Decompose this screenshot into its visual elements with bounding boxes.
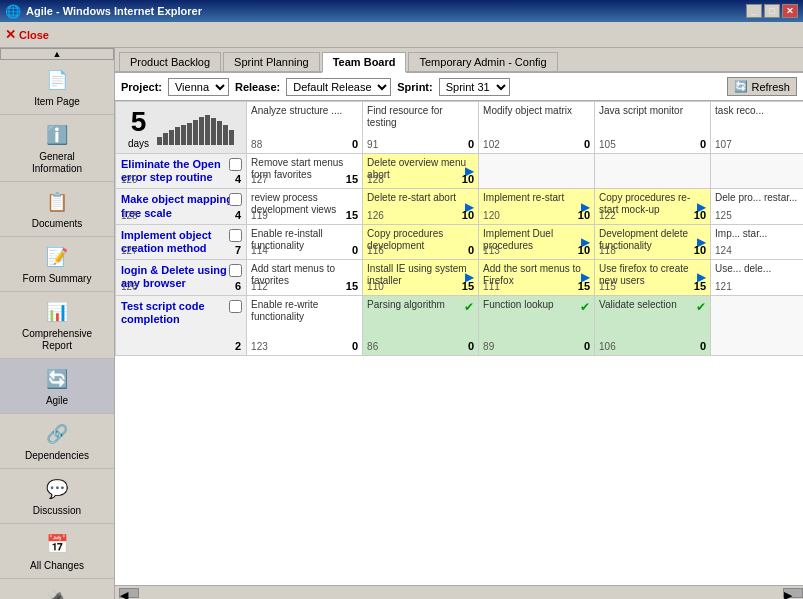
sidebar-item-report[interactable]: 📊 ComprehensiveReport — [0, 292, 114, 359]
sidebar-item-general[interactable]: ℹ️ GeneralInformation — [0, 115, 114, 182]
top-task-5-num: 107 — [715, 139, 732, 150]
top-task-3-title: Modify object matrix — [483, 105, 590, 117]
s3-task-4-num: 118 — [599, 245, 616, 256]
mini-chart — [157, 110, 234, 145]
h-scroll-left[interactable]: ◀ — [119, 588, 139, 598]
story-2-num: 128 — [121, 210, 138, 221]
sidebar-label-allchanges: All Changes — [30, 560, 84, 572]
s1-empty-2 — [595, 154, 711, 189]
story-5-checkbox[interactable] — [229, 300, 242, 313]
sidebar-item-documents[interactable]: 📋 Documents — [0, 182, 114, 237]
sidebar-item-discussion[interactable]: 💬 Discussion — [0, 469, 114, 524]
refresh-icon: 🔄 — [734, 80, 748, 93]
story-3-title[interactable]: Implement object creation method — [121, 229, 241, 255]
sidebar-item-agile[interactable]: 🔄 Agile — [0, 359, 114, 414]
s5-task-2-num: 86 — [367, 341, 378, 352]
h-scroll-track[interactable] — [139, 588, 783, 598]
story-4-title[interactable]: login & Delete using any browser — [121, 264, 241, 290]
chart-bar-2 — [163, 133, 168, 145]
window-controls[interactable]: _ □ ✕ — [746, 4, 798, 18]
minimize-button[interactable]: _ — [746, 4, 762, 18]
sidebar-item-itempage[interactable]: 📄 Item Page — [0, 60, 114, 115]
s5-task-4-title: Validate selection — [599, 299, 706, 311]
top-task-5-title: task reco... — [715, 105, 803, 117]
chart-bar-3 — [169, 130, 174, 145]
s5-task-1-count: 0 — [352, 340, 358, 352]
close-icon: ✕ — [5, 27, 16, 42]
top-task-3-count: 0 — [584, 138, 590, 150]
story-2-checkbox[interactable] — [229, 193, 242, 206]
story-1-title[interactable]: Eliminate the Open error step routine — [121, 158, 241, 184]
story-3-num: 127 — [121, 245, 138, 256]
sidebar-label-itempage: Item Page — [34, 96, 80, 108]
s1-task-1-num: 127 — [251, 174, 268, 185]
s1-empty-1 — [479, 154, 595, 189]
board-scroll[interactable]: 5 days — [115, 101, 803, 585]
s3-task-5-title: Imp... star... — [715, 228, 803, 240]
story-1-checkbox[interactable] — [229, 158, 242, 171]
allchanges-icon: 📅 — [43, 530, 71, 558]
s5-task-3-title: Function lookup — [483, 299, 590, 311]
board-container[interactable]: 5 days — [115, 101, 803, 585]
tab-temp-admin[interactable]: Temporary Admin - Config — [408, 52, 557, 71]
story-4-checkbox[interactable] — [229, 264, 242, 277]
close-button[interactable]: ✕ — [782, 4, 798, 18]
s3-task-2-count: 0 — [468, 244, 474, 256]
s4-task-4-num: 115 — [599, 281, 616, 292]
s5-task-4: ✔ Validate selection 106 0 — [595, 295, 711, 355]
horizontal-scrollbar[interactable]: ◀ ▶ — [115, 585, 803, 599]
s2-task-2-title: Delete re-start abort — [367, 192, 474, 204]
release-select[interactable]: Default Release — [286, 78, 391, 96]
sidebar-label-agile: Agile — [46, 395, 68, 407]
story-3-checkbox[interactable] — [229, 229, 242, 242]
sidebar-item-allchanges[interactable]: 📅 All Changes — [0, 524, 114, 579]
sidebar-item-formsummary[interactable]: 📝 Form Summary — [0, 237, 114, 292]
top-task-1-count: 0 — [352, 138, 358, 150]
s4-task-3: ▶ Add the sort menus to Firefox 111 15 — [479, 260, 595, 295]
days-badge: 5 days — [128, 106, 149, 149]
sprint-summary-cell: 5 days — [116, 102, 247, 154]
s4-task-1: Add start menus to favorites 112 15 — [247, 260, 363, 295]
sidebar-label-documents: Documents — [32, 218, 83, 230]
sidebar-item-dependencies[interactable]: 🔗 Dependencies — [0, 414, 114, 469]
story-5-title[interactable]: Test script code completion — [121, 300, 241, 326]
s2-task-5: Dele pro... restar... 125 — [711, 189, 803, 224]
s4-task-5-title: Use... dele... — [715, 263, 803, 275]
close-menu-button[interactable]: ✕ Close — [5, 27, 49, 42]
story-2-title[interactable]: Make object mapping free scale — [121, 193, 241, 219]
sidebar-label-general: GeneralInformation — [32, 151, 82, 175]
close-label: Close — [19, 29, 49, 41]
maximize-button[interactable]: □ — [764, 4, 780, 18]
chart-bar-13 — [229, 130, 234, 145]
window-title: Agile - Windows Internet Explorer — [26, 5, 746, 17]
s5-task-1-title: Enable re-write functionality — [251, 299, 358, 323]
story-4-points: 6 — [235, 280, 241, 292]
release-label: Release: — [235, 81, 280, 93]
menu-bar: ✕ Close — [0, 22, 803, 48]
top-task-5: task reco... 107 0 — [711, 102, 803, 154]
project-select[interactable]: Vienna — [168, 78, 229, 96]
h-scroll-right[interactable]: ▶ — [783, 588, 803, 598]
story-1-num: 129 — [121, 174, 138, 185]
item-page-icon: 📄 — [43, 66, 71, 94]
tab-sprint-planning[interactable]: Sprint Planning — [223, 52, 320, 71]
s5-empty-1 — [711, 295, 803, 355]
tab-product-backlog[interactable]: Product Backlog — [119, 52, 221, 71]
s5-task-1: Enable re-write functionality 123 0 — [247, 295, 363, 355]
top-task-2-num: 91 — [367, 139, 378, 150]
s2-task-2: ▶ Delete re-start abort 126 10 — [363, 189, 479, 224]
board-table: 5 days — [115, 101, 803, 356]
s1-task-2-num: 128 — [367, 174, 384, 185]
refresh-button[interactable]: 🔄 Refresh — [727, 77, 797, 96]
sidebar-scroll-up[interactable]: ▲ — [0, 48, 114, 60]
s1-task-2: ▶ Delete overview menu abort 128 10 — [363, 154, 479, 189]
sidebar-item-alm[interactable]: 🔌 ALMConnections — [0, 579, 114, 599]
form-summary-icon: 📝 — [43, 243, 71, 271]
s2-task-2-count: 10 — [462, 209, 474, 221]
refresh-label: Refresh — [751, 81, 790, 93]
report-icon: 📊 — [43, 298, 71, 326]
sprint-label: Sprint: — [397, 81, 432, 93]
s1-task-1-count: 15 — [346, 173, 358, 185]
sprint-select[interactable]: Sprint 31 — [439, 78, 510, 96]
tab-team-board[interactable]: Team Board — [322, 52, 407, 73]
